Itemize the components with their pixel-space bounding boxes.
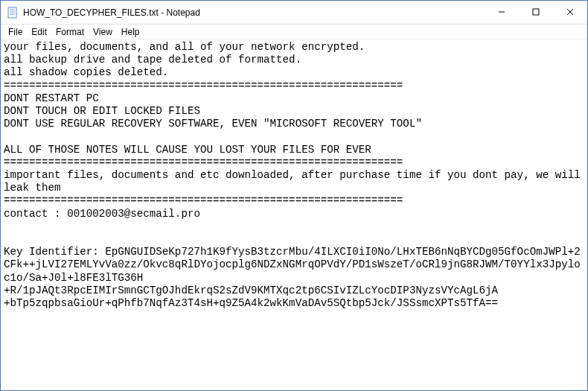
menu-help[interactable]: Help xyxy=(117,26,144,38)
menubar: File Edit Format View Help xyxy=(1,25,587,39)
notepad-window: HOW_TO_DECYPHER_FILES.txt - Notepad File… xyxy=(0,0,588,391)
menu-edit[interactable]: Edit xyxy=(27,26,51,38)
svg-rect-5 xyxy=(533,9,539,15)
minimize-button[interactable] xyxy=(485,1,519,23)
notepad-icon xyxy=(7,7,19,19)
menu-file[interactable]: File xyxy=(4,26,27,38)
menu-format[interactable]: Format xyxy=(51,26,89,38)
svg-rect-0 xyxy=(8,7,16,18)
window-controls xyxy=(485,1,587,24)
window-title: HOW_TO_DECYPHER_FILES.txt - Notepad xyxy=(23,7,485,18)
titlebar: HOW_TO_DECYPHER_FILES.txt - Notepad xyxy=(1,1,587,25)
menu-view[interactable]: View xyxy=(89,26,117,38)
maximize-button[interactable] xyxy=(519,1,553,23)
text-area[interactable]: your files, documents, and all of your n… xyxy=(1,39,587,390)
close-button[interactable] xyxy=(553,1,587,23)
